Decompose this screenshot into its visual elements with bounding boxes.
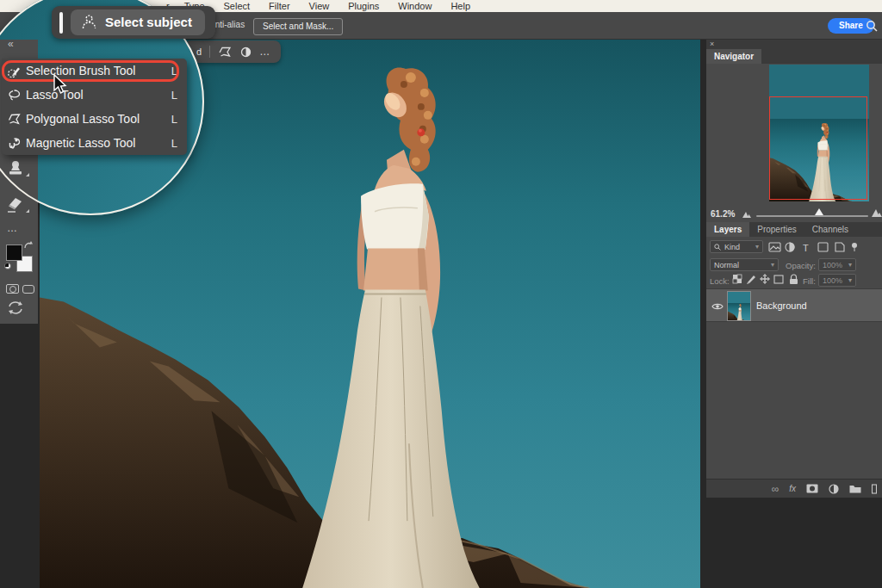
menu-item-lasso-tool[interactable]: Lasso Tool L: [2, 83, 187, 107]
lock-all-icon: [790, 279, 798, 284]
zoom-out-icon[interactable]: [742, 210, 751, 218]
opacity-label: Opacity:: [786, 261, 816, 270]
zoom-slider-track[interactable]: [756, 215, 868, 217]
person-icon: [80, 13, 98, 31]
default-colors-icon[interactable]: [4, 263, 11, 269]
tool-label: Selection Brush Tool: [26, 64, 171, 77]
zoom-in-icon[interactable]: [872, 207, 882, 217]
link-layers-icon[interactable]: ∞: [772, 483, 780, 495]
new-adjustment-layer-icon[interactable]: [829, 484, 839, 494]
search-icon[interactable]: [866, 20, 878, 35]
selection-brush-icon: [2, 64, 26, 78]
lasso-select-icon[interactable]: [218, 46, 233, 58]
zoom-slider-thumb[interactable]: [815, 208, 823, 215]
select-subject-label: Select subject: [105, 15, 192, 29]
cycle-view-icon[interactable]: [7, 300, 24, 315]
tab-channels[interactable]: Channels: [804, 222, 856, 237]
menu-item-select[interactable]: Select: [214, 1, 260, 11]
opacity-select[interactable]: 100%▾: [818, 258, 856, 271]
layer-row-background[interactable]: Background: [706, 288, 882, 322]
navigator-view-rectangle[interactable]: [769, 96, 867, 200]
layer-thumbnail[interactable]: [727, 291, 751, 321]
contextual-task-bar: d …: [184, 40, 281, 63]
task-bar-more-icon[interactable]: …: [259, 46, 270, 58]
screen-mode-icon[interactable]: [22, 285, 34, 294]
tool-shortcut: L: [171, 137, 177, 150]
menu-item-plugins[interactable]: Plugins: [339, 1, 388, 11]
layers-footer: ∞ fx: [706, 479, 882, 498]
fill-label: Fill:: [803, 276, 816, 286]
blend-mode-select[interactable]: Normal▾: [710, 258, 779, 271]
magnetic-lasso-icon: [2, 136, 26, 151]
menu-item-view[interactable]: View: [300, 1, 339, 11]
swap-colors-icon[interactable]: [23, 241, 34, 251]
lock-transparency-icon: [733, 275, 737, 279]
polygonal-lasso-icon: [2, 112, 26, 127]
add-layer-mask-icon[interactable]: [806, 484, 818, 493]
lock-icons[interactable]: [732, 274, 799, 285]
task-bar-partial-label[interactable]: d: [196, 46, 202, 57]
zoom-level-value[interactable]: 61.2%: [711, 209, 735, 219]
task-bar-divider: [209, 46, 210, 58]
new-group-folder-icon[interactable]: [849, 484, 861, 493]
tool-label: Magnetic Lasso Tool: [26, 136, 171, 150]
close-panel-icon[interactable]: ×: [710, 40, 714, 49]
collapse-toolbar-icon[interactable]: «: [8, 38, 15, 50]
tool-shortcut: L: [171, 89, 177, 102]
filter-type-icons[interactable]: T: [768, 241, 863, 253]
lock-position-icon: [761, 275, 769, 283]
tab-navigator[interactable]: Navigator: [706, 49, 761, 64]
menu-item-filter[interactable]: Filter: [259, 1, 299, 11]
lock-label: Lock:: [710, 276, 730, 286]
pixel-layer-filter-icon: [770, 246, 780, 250]
tool-shortcut: L: [171, 65, 177, 77]
navigator-thumbnail[interactable]: [769, 65, 869, 201]
shape-filter-icon: [818, 243, 828, 251]
drag-handle[interactable]: [59, 12, 63, 34]
filter-kind-select[interactable]: Kind▾: [710, 240, 763, 253]
pin-filter-icon: [852, 243, 857, 248]
menu-item-magnetic-lasso-tool[interactable]: Magnetic Lasso Tool L: [2, 131, 187, 155]
tool-flyout-menu: Selection Brush Tool L Lasso Tool L Poly…: [2, 59, 187, 155]
smart-object-filter-icon: [835, 243, 844, 251]
select-subject-button[interactable]: Select subject: [71, 9, 205, 35]
layer-style-fx-icon[interactable]: fx: [789, 484, 796, 493]
menu-item-help[interactable]: Help: [441, 1, 480, 11]
new-layer-icon-partial[interactable]: [872, 484, 877, 494]
menu-item-polygonal-lasso-tool[interactable]: Polygonal Lasso Tool L: [2, 107, 187, 131]
lasso-icon: [2, 88, 26, 102]
select-subject-bar: Select subject: [52, 6, 215, 39]
navigator-panel: × Navigator 61.2%: [706, 40, 882, 222]
quick-mask-icon[interactable]: [6, 284, 19, 294]
type-filter-icon: T: [803, 243, 809, 253]
foreground-color-swatch[interactable]: [6, 244, 22, 261]
tool-label: Polygonal Lasso Tool: [26, 112, 171, 126]
menu-item-window[interactable]: Window: [388, 1, 441, 11]
tab-properties[interactable]: Properties: [749, 222, 804, 237]
eraser-tool-icon[interactable]: [5, 194, 26, 218]
search-icon: [714, 244, 721, 251]
fill-select[interactable]: 100%▾: [818, 274, 856, 287]
menu-item-selection-brush-tool[interactable]: Selection Brush Tool L: [2, 59, 187, 83]
tool-shortcut: L: [171, 113, 177, 126]
adjustments-icon[interactable]: [240, 46, 252, 58]
more-tools-icon[interactable]: …: [7, 222, 18, 234]
tab-layers[interactable]: Layers: [706, 222, 749, 237]
select-and-mask-button[interactable]: Select and Mask...: [253, 18, 343, 35]
layer-name: Background: [756, 300, 807, 311]
clone-stamp-tool-icon[interactable]: [5, 158, 26, 182]
lock-artboard-icon: [774, 275, 783, 283]
lock-pixels-icon: [748, 275, 755, 283]
tool-label: Lasso Tool: [26, 88, 171, 102]
layer-visibility-eye-icon[interactable]: [711, 302, 724, 311]
layers-panel: Layers Properties Channels Kind▾ T Norma…: [706, 222, 882, 498]
